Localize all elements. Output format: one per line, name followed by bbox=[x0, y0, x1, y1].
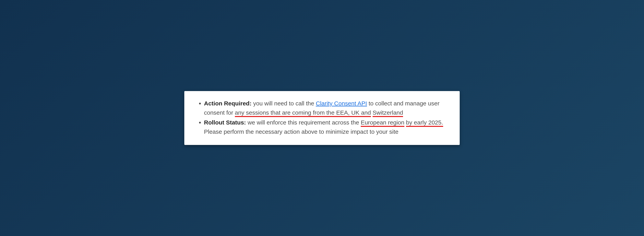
item-text: we will enforce this requirement across … bbox=[248, 119, 361, 126]
notice-list: Action Required: you will need to call t… bbox=[196, 99, 448, 136]
highlight-early-2025: by early 2025. bbox=[406, 119, 443, 126]
highlight-european-region: European region bbox=[361, 119, 404, 126]
highlight-sessions-eea-uk: any sessions that are coming from the EE… bbox=[235, 109, 371, 116]
item-text: Please perform the necessary action abov… bbox=[204, 128, 398, 135]
clarity-consent-api-link[interactable]: Clarity Consent API bbox=[316, 100, 367, 106]
highlight-switzerland: Switzerland bbox=[372, 109, 403, 116]
list-item: Action Required: you will need to call t… bbox=[204, 99, 448, 117]
item-label-action-required: Action Required: bbox=[204, 100, 252, 106]
list-item: Rollout Status: we will enforce this req… bbox=[204, 118, 448, 136]
item-label-rollout-status: Rollout Status: bbox=[204, 119, 246, 126]
item-text: you will need to call the bbox=[253, 100, 316, 106]
notice-card: Action Required: you will need to call t… bbox=[184, 91, 460, 145]
